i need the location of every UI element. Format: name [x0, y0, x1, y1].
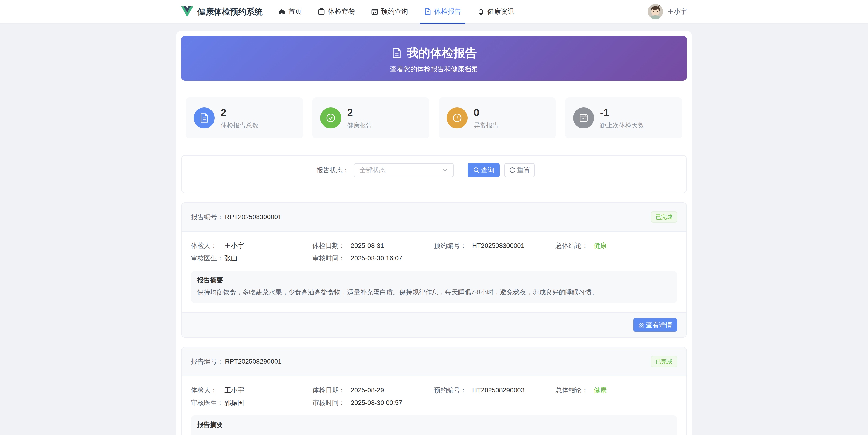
stat-value: -1	[600, 107, 644, 118]
field-value: 王小宇	[224, 241, 244, 250]
report-card: 报告编号：RPT202508300001 已完成 体检人： 王小宇 体检日期： …	[181, 203, 687, 338]
report-field: 总体结论： 健康	[556, 385, 677, 395]
chevron-down-icon	[442, 167, 448, 173]
summary-text: 保持均衡饮食，多吃蔬菜水果，少食高油高盐食物，适量补充蛋白质。保持规律作息，每天…	[197, 288, 671, 297]
stat-label: 体检报告总数	[221, 122, 258, 129]
stat-value: 2	[347, 107, 372, 118]
select-placeholder: 全部状态	[360, 166, 385, 175]
refresh-icon	[509, 167, 516, 174]
avatar	[648, 4, 663, 19]
vue-logo-icon	[181, 6, 193, 17]
report-summary: 报告摘要	[191, 415, 677, 435]
document-icon	[391, 48, 402, 59]
stat-card: 2 健康报告	[312, 97, 430, 138]
nav-item[interactable]: 体检报告	[420, 0, 465, 23]
field-value: 郭振国	[224, 398, 244, 407]
query-button[interactable]: 查询	[468, 163, 500, 177]
field-label: 体检日期：	[313, 385, 351, 395]
summary-title: 报告摘要	[197, 276, 671, 284]
filter-label: 报告状态：	[316, 163, 349, 192]
stat-card: 0 异常报告	[439, 97, 556, 138]
stat-card: 2 体检报告总数	[186, 97, 303, 138]
report-status-select[interactable]: 全部状态	[354, 163, 454, 177]
report-field: 体检日期： 2025-08-29	[313, 385, 434, 395]
app-title: 健康体检预约系统	[197, 6, 263, 17]
search-icon	[473, 167, 480, 174]
nav-menu: 首页 体检套餐 预约查询 体检报告 健康资讯	[274, 0, 526, 23]
page-banner: 我的体检报告 查看您的体检报告和健康档案	[181, 36, 687, 81]
report-field: 体检日期： 2025-08-31	[313, 241, 434, 250]
field-value: 王小宇	[224, 385, 244, 395]
field-value: 2025-08-31	[351, 241, 384, 250]
field-label: 审核时间：	[313, 254, 351, 263]
field-value: 2025-08-30 16:07	[351, 254, 402, 263]
report-card: 报告编号：RPT202508290001 已完成 体检人： 王小宇 体检日期： …	[181, 347, 687, 435]
report-field: 体检人： 王小宇	[191, 241, 313, 250]
stat-value: 0	[474, 107, 499, 118]
field-label: 体检人：	[191, 385, 224, 395]
field-label: 预约编号：	[434, 241, 472, 250]
stats-row: 2 体检报告总数 2 健康报告 0 异常报告 -1 距上次体检天数	[186, 97, 682, 138]
report-field: 审核医生： 张山	[191, 254, 313, 263]
report-body: 体检人： 王小宇 体检日期： 2025-08-31 预约编号： HT202508…	[182, 232, 686, 312]
nav-item[interactable]: 健康资讯	[473, 0, 519, 23]
field-value: 健康	[594, 241, 607, 250]
reset-button[interactable]: 重置	[504, 163, 535, 177]
report-summary: 报告摘要 保持均衡饮食，多吃蔬菜水果，少食高油高盐食物，适量补充蛋白质。保持规律…	[191, 271, 677, 303]
field-label: 总体结论：	[556, 241, 594, 250]
report-number: 报告编号：RPT202508300001	[191, 213, 282, 221]
report-footer: ◎ 查看详情	[182, 312, 686, 337]
stat-label: 健康报告	[347, 122, 372, 129]
banner-title: 我的体检报告	[181, 36, 687, 61]
stat-card: -1 距上次体检天数	[565, 97, 682, 138]
user-name: 王小宇	[667, 7, 687, 16]
field-label: 审核医生：	[191, 398, 224, 407]
nav-item[interactable]: 体检套餐	[313, 0, 359, 23]
banner-subtitle: 查看您的体检报告和健康档案	[181, 65, 687, 74]
field-value: 张山	[224, 254, 238, 263]
nav-item[interactable]: 首页	[274, 0, 306, 23]
report-list: 报告编号：RPT202508300001 已完成 体检人： 王小宇 体检日期： …	[181, 203, 687, 435]
field-value: 2025-08-29	[351, 385, 384, 395]
report-body: 体检人： 王小宇 体检日期： 2025-08-29 预约编号： HT202508…	[182, 376, 686, 435]
user-menu[interactable]: 王小宇	[648, 4, 687, 19]
view-detail-button[interactable]: ◎ 查看详情	[633, 318, 677, 332]
report-number: 报告编号：RPT202508290001	[191, 357, 282, 366]
stat-label: 距上次体检天数	[600, 122, 644, 129]
report-field: 审核时间： 2025-08-30 00:57	[313, 398, 434, 407]
report-header: 报告编号：RPT202508290001 已完成	[182, 347, 686, 376]
report-field: 审核医生： 郭振国	[191, 398, 313, 407]
field-label: 审核时间：	[313, 398, 351, 407]
report-field: 审核时间： 2025-08-30 16:07	[313, 254, 434, 263]
report-field: 体检人： 王小宇	[191, 385, 313, 395]
report-field: 预约编号： HT202508300001	[434, 241, 556, 250]
field-label: 体检日期：	[313, 241, 351, 250]
navbar: 健康体检预约系统 首页 体检套餐 预约查询 体检报告 健康资讯	[0, 0, 868, 24]
filter-card: 报告状态： 全部状态 查询 重置	[181, 155, 687, 193]
field-value: 2025-08-30 00:57	[351, 398, 402, 407]
field-value: HT202508300001	[472, 241, 524, 250]
field-label: 审核医生：	[191, 254, 224, 263]
status-badge: 已完成	[651, 212, 677, 223]
field-value: HT202508290003	[472, 385, 524, 395]
field-label: 体检人：	[191, 241, 224, 250]
eye-icon: ◎	[639, 321, 645, 329]
status-badge: 已完成	[651, 356, 677, 367]
report-header: 报告编号：RPT202508300001 已完成	[182, 203, 686, 232]
main-panel: 我的体检报告 查看您的体检报告和健康档案 2 体检报告总数 2 健康报告 0 异…	[177, 31, 691, 435]
nav-item[interactable]: 预约查询	[367, 0, 412, 23]
summary-title: 报告摘要	[197, 421, 671, 429]
page: 健康体检预约系统 首页 体检套餐 预约查询 体检报告 健康资讯	[0, 0, 868, 435]
field-value: 健康	[594, 385, 607, 395]
report-field: 总体结论： 健康	[556, 241, 677, 250]
summary-text	[197, 432, 671, 435]
stat-value: 2	[221, 107, 258, 118]
field-label: 预约编号：	[434, 385, 472, 395]
field-label: 总体结论：	[556, 385, 594, 395]
report-field: 预约编号： HT202508290003	[434, 385, 556, 395]
stat-label: 异常报告	[474, 122, 499, 129]
